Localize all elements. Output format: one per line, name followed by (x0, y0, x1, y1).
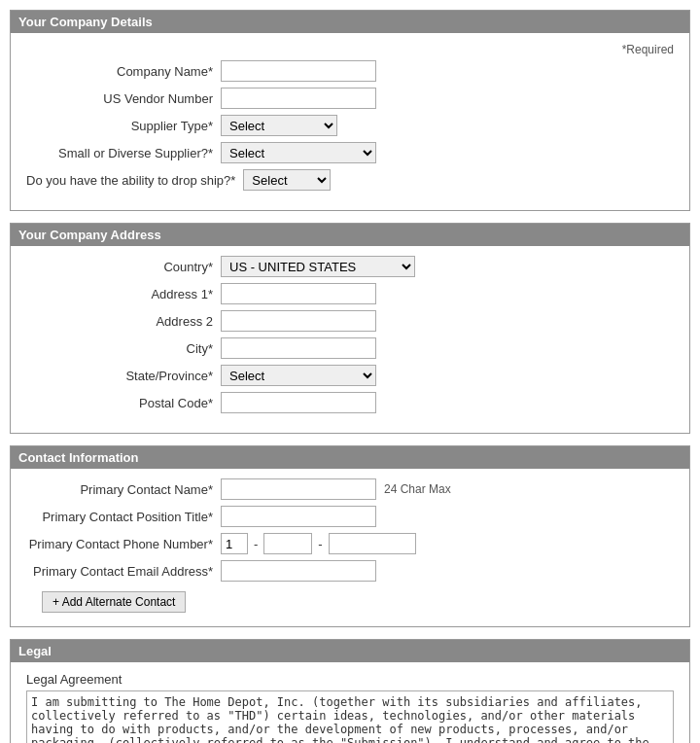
city-input[interactable] (221, 337, 376, 359)
drop-ship-label: Do you have the ability to drop ship?* (26, 173, 243, 188)
company-address-header: Your Company Address (11, 224, 689, 246)
supplier-type-label: Supplier Type* (26, 119, 221, 133)
address1-input[interactable] (221, 283, 376, 304)
state-row: State/Province* Select (26, 365, 674, 386)
city-row: City* (26, 337, 674, 359)
required-note: *Required (26, 43, 674, 56)
small-diverse-row: Small or Diverse Supplier?* Select (26, 142, 674, 163)
drop-ship-row: Do you have the ability to drop ship?* S… (26, 169, 674, 191)
primary-email-input[interactable] (221, 560, 376, 582)
primary-phone-label: Primary Contact Phone Number* (26, 537, 221, 551)
address1-row: Address 1* (26, 283, 674, 304)
add-alternate-contact-button[interactable]: + Add Alternate Contact (42, 591, 186, 613)
primary-name-row: Primary Contact Name* 24 Char Max (26, 478, 674, 500)
us-vendor-row: US Vendor Number (26, 88, 674, 109)
phone-group: - - (221, 533, 416, 554)
us-vendor-label: US Vendor Number (26, 91, 221, 106)
company-address-section: Your Company Address Country* US - UNITE… (10, 223, 690, 434)
us-vendor-input[interactable] (221, 88, 376, 109)
small-diverse-select[interactable]: Select (221, 142, 376, 163)
company-details-section: Your Company Details *Required Company N… (10, 10, 690, 211)
company-details-header: Your Company Details (11, 11, 689, 33)
primary-name-hint: 24 Char Max (384, 482, 451, 496)
city-label: City* (26, 341, 221, 356)
phone-country-input[interactable] (221, 533, 248, 554)
postal-row: Postal Code* (26, 392, 674, 413)
contact-info-section: Contact Information Primary Contact Name… (10, 445, 690, 627)
supplier-type-row: Supplier Type* Select (26, 115, 674, 136)
postal-label: Postal Code* (26, 396, 221, 410)
contact-info-header: Contact Information (11, 446, 689, 469)
small-diverse-label: Small or Diverse Supplier?* (26, 146, 221, 160)
legal-header: Legal (11, 640, 689, 662)
primary-name-input[interactable] (221, 478, 376, 500)
company-name-row: Company Name* (26, 60, 674, 82)
address2-label: Address 2 (26, 314, 221, 329)
state-label: State/Province* (26, 369, 221, 383)
country-select[interactable]: US - UNITED STATES (221, 256, 415, 277)
primary-title-row: Primary Contact Position Title* (26, 506, 674, 527)
supplier-type-select[interactable]: Select (221, 115, 337, 136)
company-name-input[interactable] (221, 60, 376, 82)
primary-email-row: Primary Contact Email Address* (26, 560, 674, 582)
primary-email-label: Primary Contact Email Address* (26, 564, 221, 579)
country-label: Country* (26, 260, 221, 274)
address2-row: Address 2 (26, 310, 674, 332)
drop-ship-select[interactable]: Select (243, 169, 331, 191)
legal-agreement-label: Legal Agreement (26, 672, 674, 687)
primary-title-label: Primary Contact Position Title* (26, 510, 221, 524)
legal-agreement-textarea[interactable] (26, 690, 674, 743)
primary-phone-row: Primary Contact Phone Number* - - (26, 533, 674, 554)
postal-input[interactable] (221, 392, 376, 413)
company-name-label: Company Name* (26, 64, 221, 79)
add-contact-row: + Add Alternate Contact (26, 587, 674, 613)
primary-name-label: Primary Contact Name* (26, 482, 221, 497)
primary-title-input[interactable] (221, 506, 376, 527)
address1-label: Address 1* (26, 287, 221, 301)
phone-separator-2: - (316, 537, 324, 551)
phone-area-input[interactable] (263, 533, 312, 554)
legal-section: Legal Legal Agreement (10, 639, 690, 743)
phone-number-input[interactable] (329, 533, 416, 554)
address2-input[interactable] (221, 310, 376, 332)
country-row: Country* US - UNITED STATES (26, 256, 674, 277)
state-select[interactable]: Select (221, 365, 376, 386)
phone-separator-1: - (252, 537, 260, 551)
